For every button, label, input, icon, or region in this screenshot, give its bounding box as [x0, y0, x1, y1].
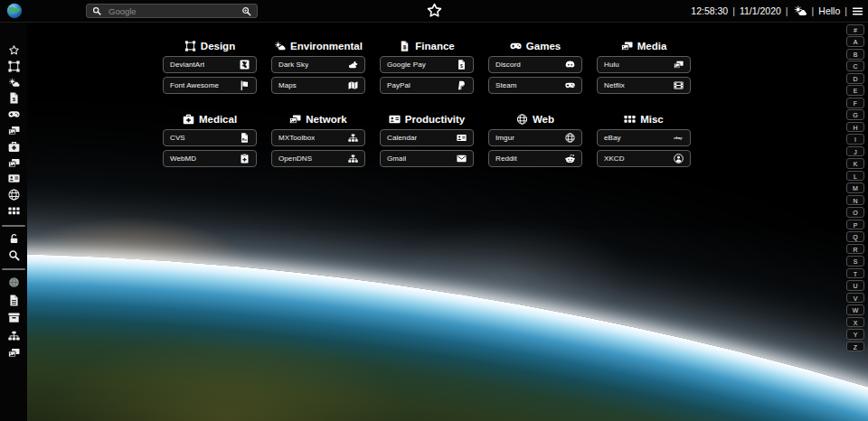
search-input[interactable]: [107, 5, 236, 17]
alphabet-button[interactable]: P: [846, 220, 864, 230]
link-label: Dark Sky: [278, 61, 308, 69]
alphabet-button[interactable]: J: [846, 146, 864, 157]
globe-logo-icon[interactable]: [6, 3, 23, 19]
ebay-icon: ebay: [674, 133, 684, 143]
link-maps[interactable]: Maps: [271, 77, 365, 94]
sidebar-archive-icon[interactable]: [8, 312, 20, 323]
link-label: Maps: [278, 81, 297, 89]
search-bar[interactable]: [86, 4, 258, 18]
alphabet-button[interactable]: Y: [846, 329, 864, 340]
link-hulu[interactable]: Hulu: [597, 56, 691, 73]
sidebar-medical-icon[interactable]: [8, 141, 20, 153]
sidebar-web-icon[interactable]: [8, 189, 20, 201]
favorite-star-icon[interactable]: [426, 2, 443, 19]
link-steam[interactable]: Steam: [488, 77, 582, 94]
sidebar-design-icon[interactable]: [8, 61, 20, 72]
group-header: Design: [163, 39, 257, 52]
link-label: Gmail: [387, 154, 406, 163]
alphabet-button[interactable]: B: [846, 49, 864, 60]
link-google-pay[interactable]: Google Pay $: [380, 56, 474, 73]
alphabet-button[interactable]: U: [846, 280, 864, 291]
group-network: Network MXToolbox OpenDNS: [271, 112, 365, 167]
group-header: Media: [597, 39, 691, 52]
address-card-icon: [457, 133, 467, 143]
bookmark-groups: Design DeviantArt Font Awesome Environme…: [163, 39, 691, 167]
sidebar-finance-icon[interactable]: $: [8, 92, 20, 104]
search-engine-icon[interactable]: [241, 6, 251, 16]
link-reddit[interactable]: Reddit: [488, 150, 582, 167]
link-discord[interactable]: Discord: [488, 56, 582, 73]
sidebar-dimmed-globe-icon[interactable]: [8, 276, 20, 288]
weather-sun-cloud-icon: [793, 5, 807, 16]
alphabet-button[interactable]: N: [846, 195, 864, 206]
alphabet-button[interactable]: L: [846, 171, 864, 182]
sidebar-productivity-icon[interactable]: [8, 173, 20, 184]
alphabet-button[interactable]: T: [846, 268, 864, 279]
link-ebay[interactable]: eBay ebay: [597, 129, 691, 146]
gamepad-icon: [565, 80, 575, 90]
alphabet-button[interactable]: Z: [846, 341, 864, 352]
hamburger-menu-icon[interactable]: [852, 5, 863, 17]
alphabet-button[interactable]: I: [846, 134, 864, 145]
link-label: PayPal: [387, 81, 410, 89]
sidebar-sitemap-icon[interactable]: [8, 330, 20, 341]
group-header: Games: [488, 39, 582, 52]
sidebar-lock-icon[interactable]: [8, 233, 20, 245]
alphabet-bar: # A B C D E F G H I J K L M N O P Q R S …: [846, 24, 864, 351]
alphabet-button[interactable]: R: [846, 244, 864, 255]
link-deviantart[interactable]: DeviantArt: [163, 56, 257, 73]
alphabet-button[interactable]: W: [846, 304, 864, 315]
alphabet-button[interactable]: F: [846, 98, 864, 108]
link-gmail[interactable]: Gmail: [380, 150, 474, 167]
link-imgur[interactable]: Imgur: [488, 129, 582, 146]
sidebar-environmental-icon[interactable]: [8, 77, 20, 89]
alphabet-button[interactable]: O: [846, 207, 864, 218]
sidebar-frames-icon[interactable]: [8, 347, 20, 359]
alphabet-button[interactable]: G: [846, 109, 864, 120]
reddit-icon: [565, 154, 575, 164]
link-xkcd[interactable]: XKCD: [597, 150, 691, 167]
alphabet-button[interactable]: V: [846, 293, 864, 304]
group-header: $ Finance: [380, 39, 474, 52]
sidebar-games-icon[interactable]: [8, 108, 20, 120]
sidebar-file-icon[interactable]: [8, 295, 20, 306]
group-title: Misc: [640, 114, 664, 125]
alphabet-button[interactable]: M: [846, 182, 864, 193]
sidebar-misc-icon[interactable]: [8, 205, 20, 217]
alphabet-button[interactable]: C: [846, 61, 864, 71]
svg-text:Rx: Rx: [242, 137, 248, 142]
alphabet-button[interactable]: S: [846, 256, 864, 267]
link-paypal[interactable]: PayPal: [380, 77, 474, 94]
link-label: CVS: [170, 134, 185, 142]
sitemap-icon: [348, 154, 358, 164]
search-icon: [92, 6, 101, 15]
sidebar-network-icon[interactable]: [8, 157, 20, 169]
separator: |: [812, 5, 815, 16]
group-title: Media: [637, 41, 667, 51]
svg-text:ebay: ebay: [674, 136, 683, 140]
alphabet-button[interactable]: X: [846, 317, 864, 328]
link-cvs[interactable]: CVS Rx: [163, 129, 257, 146]
alphabet-button[interactable]: D: [846, 73, 864, 84]
link-mxtoolbox[interactable]: MXToolbox: [271, 129, 365, 146]
link-opendns[interactable]: OpenDNS: [271, 150, 365, 167]
alphabet-button[interactable]: H: [846, 122, 864, 133]
sidebar-search-icon[interactable]: [8, 249, 20, 261]
photo-video-icon: [674, 60, 684, 70]
alphabet-button[interactable]: K: [846, 158, 864, 169]
link-webmd[interactable]: WebMD: [163, 150, 257, 167]
alphabet-button[interactable]: A: [846, 36, 864, 47]
globe-icon: [516, 114, 528, 125]
link-dark-sky[interactable]: Dark Sky: [271, 56, 365, 73]
greeting-text: Hello: [818, 5, 840, 16]
alphabet-button[interactable]: E: [846, 85, 864, 96]
link-calendar[interactable]: Calendar: [380, 129, 474, 146]
link-netflix[interactable]: Netflix: [597, 77, 691, 94]
group-design: Design DeviantArt Font Awesome: [163, 39, 257, 94]
globe-icon: [565, 133, 575, 143]
sidebar-favorites-icon[interactable]: [8, 44, 20, 56]
alphabet-button[interactable]: Q: [846, 231, 864, 242]
sidebar-media-icon[interactable]: [8, 125, 20, 136]
link-font-awesome[interactable]: Font Awesome: [163, 77, 257, 94]
alphabet-button[interactable]: #: [846, 24, 864, 35]
